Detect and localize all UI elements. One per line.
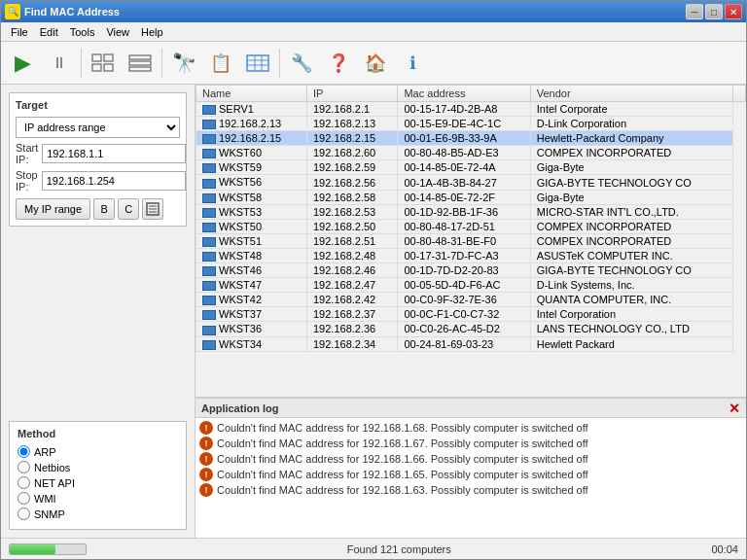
info-button[interactable]: ℹ <box>395 46 430 81</box>
search-button[interactable]: 🔭 <box>166 46 201 81</box>
help-button[interactable]: ❓ <box>321 46 356 81</box>
ip-buttons-row: My IP range B C <box>16 198 180 220</box>
table-scroll[interactable]: Name IP Mac address Vendor SERV1 192.168… <box>196 85 746 397</box>
start-ip-input[interactable] <box>42 144 186 163</box>
cell-ip: 192.168.2.60 <box>307 146 398 160</box>
cell-name: WKST37 <box>196 307 307 322</box>
cell-vendor: GIGA-BYTE TECHNOLOGY CO <box>530 263 732 278</box>
stop-ip-label: Stop IP: <box>16 169 38 192</box>
help-icon: ❓ <box>328 52 349 74</box>
table-row[interactable]: WKST36 192.168.2.36 00-C0-26-AC-45-D2 LA… <box>196 322 746 336</box>
window-title: Find MAC Address <box>24 6 120 18</box>
stop-ip-input[interactable] <box>42 171 186 191</box>
table-row[interactable]: WKST34 192.168.2.34 00-24-81-69-03-23 He… <box>196 336 746 351</box>
close-button[interactable]: ✕ <box>725 4 742 19</box>
app-icon: 🔍 <box>5 4 20 19</box>
toolbar-sep-2 <box>161 49 162 78</box>
cell-vendor: Giga-Byte <box>530 190 732 204</box>
log-close-button[interactable]: ✕ <box>729 402 740 415</box>
table-row[interactable]: WKST47 192.168.2.47 00-05-5D-4D-F6-AC D-… <box>196 278 746 293</box>
cell-mac: 00-15-E9-DE-4C-1C <box>398 117 530 131</box>
cell-vendor: Intel Corporate <box>530 102 732 117</box>
method-netbios[interactable]: Netbios <box>18 461 178 473</box>
minimize-button[interactable]: ─ <box>686 4 703 19</box>
method-arp[interactable]: ARP <box>18 445 178 458</box>
svg-rect-3 <box>104 64 113 71</box>
cell-name: WKST46 <box>196 263 307 278</box>
log-warning-icon: ! <box>199 468 213 481</box>
info-icon: ℹ <box>409 52 416 74</box>
svg-rect-4 <box>129 55 151 59</box>
d-button[interactable] <box>142 198 163 220</box>
table-row[interactable]: WKST50 192.168.2.50 00-80-48-17-2D-51 CO… <box>196 219 746 233</box>
cell-name: WKST36 <box>196 322 307 336</box>
table-row[interactable]: WKST42 192.168.2.42 00-C0-9F-32-7E-36 QU… <box>196 293 746 307</box>
method-wmi[interactable]: WMI <box>18 492 178 505</box>
menu-tools[interactable]: Tools <box>64 24 101 40</box>
table-row[interactable]: 192.168.2.13 192.168.2.13 00-15-E9-DE-4C… <box>196 117 746 131</box>
start-button[interactable]: ▶ <box>5 46 40 81</box>
cell-ip: 192.168.2.34 <box>307 336 398 351</box>
settings-button[interactable]: 🔧 <box>284 46 319 81</box>
col-mac: Mac address <box>398 86 530 102</box>
start-icon: ▶ <box>15 51 31 76</box>
cell-name: WKST50 <box>196 219 307 233</box>
cell-name: WKST58 <box>196 190 307 204</box>
b-button[interactable]: B <box>93 198 115 220</box>
table-row[interactable]: WKST58 192.168.2.58 00-14-85-0E-72-2F Gi… <box>196 190 746 204</box>
status-text: Found 121 computers <box>347 543 451 555</box>
log-warning-icon: ! <box>199 421 213 435</box>
method-netapi[interactable]: NET API <box>18 476 178 489</box>
table-row[interactable]: 192.168.2.15 192.168.2.15 00-01-E6-9B-33… <box>196 131 746 146</box>
home-button[interactable]: 🏠 <box>358 46 393 81</box>
stop-ip-row: Stop IP: <box>16 169 180 192</box>
table-row[interactable]: WKST51 192.168.2.51 00-80-48-31-BE-F0 CO… <box>196 233 746 248</box>
list-view-button[interactable] <box>123 46 158 81</box>
table-row[interactable]: WKST59 192.168.2.59 00-14-85-0E-72-4A Gi… <box>196 160 746 175</box>
d-icon <box>146 202 160 216</box>
table-row[interactable]: WKST56 192.168.2.56 00-1A-4B-3B-84-27 GI… <box>196 175 746 190</box>
cell-mac: 00-1D-92-BB-1F-36 <box>398 204 530 219</box>
progress-fill <box>10 544 55 554</box>
home-icon: 🏠 <box>365 52 386 74</box>
title-bar: 🔍 Find MAC Address ─ □ ✕ <box>1 1 746 22</box>
menu-help[interactable]: Help <box>135 24 169 40</box>
log-entry: ! Couldn't find MAC address for 192.168.… <box>196 451 746 467</box>
cell-vendor: GIGA-BYTE TECHNOLOGY CO <box>530 175 732 190</box>
method-snmp[interactable]: SNMP <box>18 508 178 520</box>
menu-file[interactable]: File <box>5 24 34 40</box>
pause-button[interactable]: ⏸ <box>42 46 77 81</box>
cell-ip: 192.168.2.48 <box>307 248 398 262</box>
table-button[interactable] <box>240 46 275 81</box>
table-row[interactable]: WKST48 192.168.2.48 00-17-31-7D-FC-A3 AS… <box>196 248 746 262</box>
cell-ip: 192.168.2.36 <box>307 322 398 336</box>
start-ip-row: Start IP: <box>16 142 180 165</box>
target-dropdown[interactable]: IP address range Single IP All computers <box>16 117 180 138</box>
maximize-button[interactable]: □ <box>705 4 723 19</box>
log-content[interactable]: ! Couldn't find MAC address for 192.168.… <box>196 418 746 538</box>
log-entry-text: Couldn't find MAC address for 192.168.1.… <box>217 438 588 449</box>
c-button[interactable]: C <box>118 198 139 220</box>
table-row[interactable]: WKST46 192.168.2.46 00-1D-7D-D2-20-83 GI… <box>196 263 746 278</box>
left-panel: Target IP address range Single IP All co… <box>1 85 196 538</box>
status-bar: Found 121 computers 00:04 <box>1 538 746 559</box>
grid-view-button[interactable] <box>86 46 121 81</box>
cell-name: 192.168.2.13 <box>196 117 307 131</box>
copy-button[interactable]: 📋 <box>203 46 238 81</box>
log-warning-icon: ! <box>199 437 213 450</box>
my-ip-range-button[interactable]: My IP range <box>16 198 90 220</box>
table-icon <box>246 53 269 73</box>
cell-name: WKST51 <box>196 233 307 248</box>
start-ip-label: Start IP: <box>16 142 38 165</box>
wrench-icon: 🔧 <box>291 52 312 74</box>
cell-ip: 192.168.2.1 <box>307 102 398 117</box>
table-row[interactable]: WKST53 192.168.2.53 00-1D-92-BB-1F-36 MI… <box>196 204 746 219</box>
table-row[interactable]: WKST60 192.168.2.60 00-80-48-B5-AD-E3 CO… <box>196 146 746 160</box>
cell-vendor: QUANTA COMPUTER, INC. <box>530 293 732 307</box>
menu-view[interactable]: View <box>100 24 135 40</box>
table-row[interactable]: WKST37 192.168.2.37 00-0C-F1-C0-C7-32 In… <box>196 307 746 322</box>
menu-edit[interactable]: Edit <box>34 24 64 40</box>
table-row[interactable]: SERV1 192.168.2.1 00-15-17-4D-2B-A8 Inte… <box>196 102 746 117</box>
main-window: 🔍 Find MAC Address ─ □ ✕ File Edit Tools… <box>0 0 747 560</box>
cell-ip: 192.168.2.58 <box>307 190 398 204</box>
